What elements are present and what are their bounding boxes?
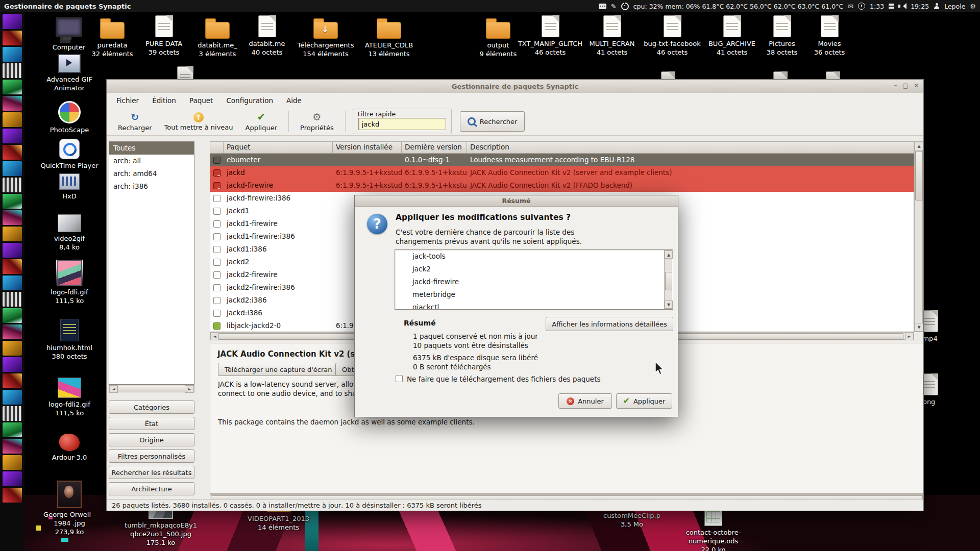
change-item[interactable]: qjackctl — [395, 301, 673, 310]
dock-icon[interactable] — [3, 439, 22, 454]
state-button[interactable]: État — [109, 417, 194, 430]
dock-icon[interactable] — [3, 194, 22, 209]
package-state-checkbox[interactable] — [213, 157, 220, 164]
table-scrollbar[interactable]: ▲ ▼ — [914, 141, 923, 332]
category-item-arch-amd64[interactable]: arch: amd64 — [109, 167, 194, 180]
package-state-checkbox[interactable] — [213, 271, 220, 279]
change-item[interactable]: jackd-firewire — [395, 276, 673, 288]
category-item-toutes[interactable]: Toutes — [109, 142, 194, 155]
dock-icon[interactable] — [3, 406, 22, 421]
package-state-checkbox[interactable] — [213, 297, 220, 304]
package-state-checkbox[interactable] — [213, 259, 220, 266]
mail-icon[interactable]: ✉ — [848, 3, 853, 10]
close-icon[interactable]: ✕ — [914, 82, 919, 89]
categories-button[interactable]: Catégories — [109, 400, 194, 414]
dock-icon[interactable] — [3, 357, 22, 372]
desktop-icon-image[interactable]: logo-fdli.gif111,5 ko — [39, 260, 100, 306]
scrollbar-thumb[interactable] — [665, 272, 672, 290]
category-item-arch-i386[interactable]: arch: i386 — [109, 180, 194, 193]
desktop-icon-folder[interactable]: ATELIER_CDLB13 éléments — [359, 17, 419, 59]
scroll-left-icon[interactable]: ◄ — [210, 333, 219, 340]
package-state-checkbox[interactable] — [213, 208, 220, 215]
quick-filter-input[interactable] — [358, 118, 446, 130]
menu-edition[interactable]: Édition — [145, 94, 183, 107]
download-screenshot-button[interactable]: Télécharger une capture d'écran — [218, 363, 339, 376]
desktop-icon-file[interactable]: PURE DATA39 octets — [134, 15, 194, 57]
category-item-arch-all[interactable]: arch: all — [109, 155, 194, 167]
system-monitor-text[interactable]: cpu: 32% mem: 06% 61.8°C 62.0°C 56.0°C 6… — [633, 3, 843, 10]
scroll-down-icon[interactable]: ▼ — [915, 323, 923, 332]
desktop-icon-app[interactable]: PhotoScape — [39, 101, 100, 135]
menu-paquet[interactable]: Paquet — [183, 94, 220, 107]
apply-button[interactable]: ✔ Appliquer — [616, 393, 672, 409]
dock-icon[interactable] — [3, 129, 22, 143]
package-state-checkbox[interactable] — [213, 284, 220, 291]
user-name[interactable]: Lepole — [944, 3, 965, 10]
desktop-icon-html[interactable]: hiumhok.html380 octets — [39, 319, 100, 361]
desktop-icon-app[interactable]: Advanced GIF Animator — [39, 54, 100, 93]
dock-icon[interactable] — [3, 373, 22, 388]
package-state-checkbox[interactable] — [213, 195, 220, 202]
dock-icon[interactable] — [3, 259, 22, 274]
dock-icon[interactable] — [3, 422, 22, 437]
dock-icon[interactable] — [3, 488, 22, 503]
col-description[interactable]: Description — [467, 142, 914, 153]
change-item[interactable]: meterbridge — [395, 288, 673, 301]
package-installed-checkbox[interactable] — [213, 322, 220, 330]
dock-icon[interactable] — [3, 292, 22, 307]
dock-icon[interactable] — [3, 96, 22, 111]
timer-text[interactable]: 1:33 — [870, 3, 884, 10]
table-row[interactable]: ✕ jackd 6:1.9.9.5-1+kxstudi 6:1.9.9.5-1+… — [210, 166, 914, 179]
minimize-icon[interactable]: – — [894, 82, 897, 89]
architecture-button[interactable]: Architecture — [109, 482, 194, 495]
gear-icon[interactable]: ⚙ — [970, 3, 976, 10]
window-titlebar[interactable]: Gestionnaire de paquets Synaptic – ▢ ✕ — [107, 80, 923, 93]
session-indicator-icon[interactable] — [621, 3, 629, 10]
dock-icon[interactable] — [3, 112, 22, 127]
scroll-up-icon[interactable]: ▲ — [915, 142, 923, 151]
dock-icon[interactable] — [3, 31, 22, 45]
desktop-icon-downloads[interactable]: Téléchargements154 éléments — [296, 17, 356, 59]
volume-icon[interactable] — [898, 3, 906, 9]
desktop-icon-image[interactable]: George Orwell - 1984 .jpg273,9 ko — [39, 481, 100, 537]
menu-fichier[interactable]: Fichier — [110, 94, 145, 107]
scroll-right-icon[interactable]: ► — [905, 333, 914, 340]
dock-icon[interactable] — [3, 161, 22, 176]
package-state-checkbox[interactable] — [213, 246, 220, 253]
scrollbar-thumb[interactable] — [915, 151, 923, 201]
change-item[interactable]: jack2 — [395, 263, 673, 276]
change-item[interactable]: jack-tools — [395, 250, 673, 263]
cancel-button[interactable]: ✕ Annuler — [558, 393, 612, 409]
dialog-titlebar[interactable]: Résumé — [355, 195, 678, 207]
dock-icon[interactable] — [3, 308, 22, 323]
custom-filters-button[interactable]: Filtres personnalisés — [109, 449, 194, 463]
clock-text[interactable]: 19:25 — [911, 3, 929, 10]
dock-icon[interactable] — [3, 243, 22, 258]
package-remove-checkbox[interactable]: ✕ — [213, 182, 220, 189]
package-state-checkbox[interactable] — [213, 233, 220, 240]
edit-indicator-icon[interactable]: ✎ — [611, 3, 617, 10]
package-remove-checkbox[interactable]: ✕ — [213, 169, 220, 177]
desktop-icon-file[interactable]: databit.me40 octets — [237, 15, 297, 57]
dock-icon[interactable] — [3, 63, 22, 78]
dock-icon[interactable] — [3, 390, 22, 405]
desktop-icon-app[interactable]: QuickTime Player — [39, 139, 100, 170]
origin-button[interactable]: Origine — [109, 433, 194, 446]
package-state-checkbox[interactable] — [213, 310, 220, 317]
dock-icon[interactable] — [3, 455, 22, 470]
col-installed-version[interactable]: Version installée — [333, 142, 402, 153]
desktop-icon-image[interactable]: video2gif8,4 ko — [39, 214, 100, 252]
scrollbar-thumb[interactable] — [117, 386, 187, 392]
user-icon[interactable] — [934, 3, 940, 9]
listbox-scrollbar[interactable]: ▲ ▼ — [664, 250, 672, 309]
apply-button[interactable]: ✔ Appliquer — [239, 110, 283, 133]
col-package[interactable]: Paquet — [224, 142, 333, 153]
table-row[interactable]: ✕ jackd-firewire 6:1.9.9.5-1+kxstudi 6:1… — [210, 179, 914, 192]
dock-icon[interactable] — [3, 471, 22, 486]
package-state-checkbox[interactable] — [213, 220, 220, 228]
chat-indicator-icon[interactable] — [599, 4, 606, 9]
desktop-icon-app[interactable]: Ardour-3.0 — [39, 434, 100, 462]
menu-aide[interactable]: Aide — [280, 94, 308, 107]
keyboard-indicator-icon[interactable] — [889, 4, 894, 9]
sidebar-scrollbar[interactable]: ◄ ► — [109, 385, 194, 392]
